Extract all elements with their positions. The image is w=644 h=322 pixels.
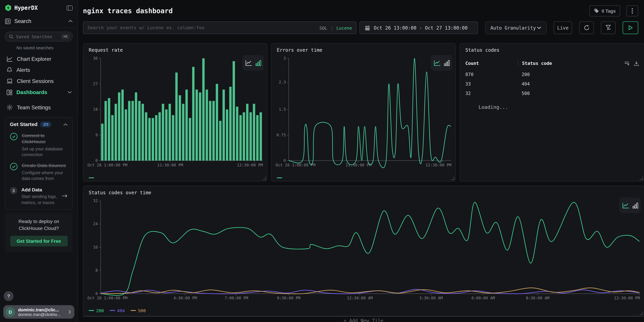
cell-status-code: 500: [518, 91, 639, 96]
laptop-icon: [6, 78, 13, 84]
cloud-card-line1: Ready to deploy on: [9, 218, 68, 225]
user-menu[interactable]: D dominic.tran@clic... dominic.tran@clic…: [3, 305, 74, 318]
resize-handle[interactable]: [640, 311, 643, 314]
get-started-step-1[interactable]: Connect to ClickHouse Set up your databa…: [10, 132, 68, 157]
resize-handle[interactable]: [262, 176, 266, 180]
app-window: HyperDX Search Saved Searches ⌘K No save…: [0, 0, 644, 322]
collapse-sidebar-icon[interactable]: [66, 5, 73, 10]
svg-text:0: 0: [96, 292, 98, 296]
table-row[interactable]: 870200: [465, 70, 639, 79]
svg-text:0.75: 0.75: [276, 133, 286, 137]
legend-label: 404: [117, 308, 125, 313]
sidebar-item-team-settings[interactable]: Team Settings: [0, 102, 78, 113]
get-started-free-button[interactable]: Get Started for Free: [10, 236, 68, 246]
legend-dash: [277, 178, 282, 178]
table-row[interactable]: 32500: [465, 89, 639, 98]
chevron-down-icon: [537, 26, 541, 29]
bar-chart-icon[interactable]: [255, 60, 261, 66]
live-button[interactable]: Live: [554, 21, 572, 34]
svg-text:0: 0: [284, 158, 286, 163]
chevron-down-icon[interactable]: [68, 91, 72, 94]
main-content: nginx traces dashboard 0 Tags Search you…: [78, 0, 644, 322]
chevron-up-icon[interactable]: [63, 123, 68, 126]
sidebar-item-dashboards[interactable]: Dashboards: [0, 87, 78, 98]
bar-chart-icon[interactable]: [632, 202, 638, 208]
cell-count: 32: [465, 91, 518, 96]
granularity-select[interactable]: Auto Granularity: [485, 21, 547, 34]
help-button[interactable]: ?: [4, 291, 14, 301]
hyperdx-logo-icon: [5, 4, 12, 11]
svg-text:11:30:00 PM: 11:30:00 PM: [346, 163, 372, 167]
download-csv-icon[interactable]: [634, 61, 639, 66]
cell-count: 33: [465, 81, 518, 87]
get-started-step-3[interactable]: 3 Add Data Start sending logs, metrics, …: [10, 187, 68, 205]
bar-chart-icon[interactable]: [444, 60, 450, 66]
filter-button[interactable]: [601, 21, 616, 34]
date-range-value: Oct 26 13:00:00 - Oct 27 13:00:00: [374, 25, 468, 30]
refresh-button[interactable]: [579, 21, 594, 34]
tags-label: 0 Tags: [602, 8, 616, 13]
get-started-card: Get Started 2/3 Connect to ClickHouse Se…: [5, 117, 73, 210]
line-chart-icon[interactable]: [245, 60, 252, 66]
svg-text:Oct 26 1:00:00 PM: Oct 26 1:00:00 PM: [88, 163, 128, 167]
svg-text:12:30:00 PM: 12:30:00 PM: [614, 296, 640, 300]
column-header-count[interactable]: Count: [465, 61, 518, 66]
play-icon: [628, 25, 633, 30]
lucene-mode-toggle[interactable]: Lucene: [336, 25, 352, 30]
sidebar: HyperDX Search Saved Searches ⌘K No save…: [0, 0, 78, 322]
step-title: Add Data: [21, 187, 58, 193]
sidebar-item-alerts[interactable]: Alerts: [0, 64, 78, 76]
chevron-up-icon[interactable]: [68, 20, 73, 23]
cloud-card-line2: ClickHouse Cloud?: [9, 225, 68, 232]
resize-handle[interactable]: [451, 176, 454, 180]
svg-text:24: 24: [93, 222, 98, 226]
resize-handle[interactable]: [640, 176, 643, 180]
chart-explorer-icon: [6, 56, 13, 62]
legend-item-500[interactable]: 500: [130, 308, 146, 313]
date-range-picker[interactable]: Oct 26 13:00:00 - Oct 27 13:00:00: [359, 21, 478, 34]
svg-text:12:30:00 PM: 12:30:00 PM: [237, 163, 263, 167]
legend-item[interactable]: [89, 178, 94, 178]
status-codes-over-time-chart[interactable]: 08162432Oct 26 1:00:00 PM4:30:00 PM7:00:…: [87, 198, 641, 302]
svg-text:3: 3: [284, 56, 286, 60]
request-rate-chart[interactable]: 09182736Oct 26 1:00:00 PM11:30:00 PM12:3…: [87, 56, 264, 169]
line-chart-icon[interactable]: [434, 60, 440, 66]
event-search-input[interactable]: Search your events w/ Lucene ex. column:…: [83, 21, 356, 34]
logo-row: HyperDX: [0, 0, 78, 15]
magnifier-icon: [9, 34, 14, 39]
add-new-tile-button[interactable]: + Add New Tile: [83, 316, 644, 322]
svg-text:7:00:00 PM: 7:00:00 PM: [225, 296, 248, 300]
run-query-button[interactable]: [623, 21, 638, 34]
step-desc: Set up your database connection: [22, 146, 68, 158]
sidebar-item-chart-explorer[interactable]: Chart Explorer: [0, 54, 78, 64]
line-chart-icon[interactable]: [622, 202, 629, 208]
legend-label: 500: [138, 308, 146, 313]
table-row[interactable]: 33404: [465, 79, 639, 89]
dashboards-icon: [6, 89, 12, 95]
sidebar-item-client-sessions[interactable]: Client Sessions: [0, 76, 78, 87]
column-header-status-code[interactable]: Status code: [518, 61, 624, 66]
panel-title: Status codes: [465, 47, 500, 53]
search-doc-icon: [5, 18, 11, 24]
svg-text:1.5: 1.5: [279, 107, 286, 112]
legend-dash: [89, 310, 94, 311]
legend-item-200[interactable]: 200: [89, 308, 104, 313]
tags-button[interactable]: 0 Tags: [590, 6, 620, 16]
legend-label: 200: [96, 308, 104, 313]
check-circle-icon: [10, 132, 18, 140]
sql-mode-toggle[interactable]: SQL: [320, 25, 327, 30]
legend-item-404[interactable]: 404: [110, 308, 125, 313]
get-started-step-2[interactable]: Create Data Sources Configure where your…: [10, 163, 68, 181]
tag-icon: [594, 8, 599, 14]
svg-text:6:00:00 AM: 6:00:00 AM: [472, 296, 495, 300]
sidebar-item-search[interactable]: Search: [0, 15, 78, 28]
svg-text:16: 16: [93, 245, 98, 249]
gear-icon: [6, 104, 13, 110]
legend-item[interactable]: [277, 178, 282, 178]
errors-chart[interactable]: 00.751.52.33Oct 26 1:00:00 PM11:30:00 PM…: [275, 56, 452, 169]
column-settings-icon[interactable]: [624, 61, 630, 66]
dashboard-menu-button[interactable]: [626, 6, 638, 16]
legend-dash: [130, 310, 136, 311]
saved-searches-input[interactable]: Saved Searches ⌘K: [5, 32, 73, 42]
bell-icon: [6, 67, 12, 73]
